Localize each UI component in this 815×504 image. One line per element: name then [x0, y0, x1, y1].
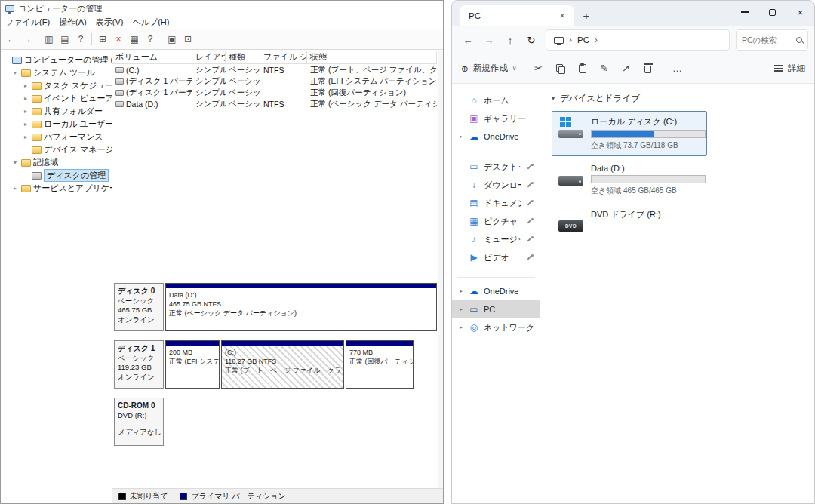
maximize-button[interactable]	[758, 1, 786, 23]
tree-item-disk-management[interactable]: ディスクの管理	[1, 169, 112, 182]
partition-efi[interactable]: 200 MB 正常 (EFI システム...	[165, 340, 220, 389]
more-options-icon[interactable]: …	[670, 61, 685, 76]
column-header-volume[interactable]: ボリューム	[112, 51, 192, 63]
sidebar-item-network[interactable]: ▸ ◎ ネットワーク	[452, 318, 540, 337]
performance-icon	[32, 134, 42, 141]
tree-item-performance[interactable]: ▸ パフォーマンス	[1, 131, 112, 143]
vertical-scrollbar[interactable]	[438, 51, 443, 488]
tree-item-event-viewer[interactable]: ▸ イベント ビューアー	[1, 92, 112, 105]
export-list-icon[interactable]: ▤	[57, 32, 72, 47]
legend-swatch-unallocated	[118, 493, 126, 500]
delete-icon[interactable]: ×	[111, 32, 126, 47]
up-button[interactable]: ↑	[500, 30, 520, 50]
sidebar-item-label: ビデオ	[484, 252, 509, 263]
tab-close-icon[interactable]: ×	[556, 11, 568, 21]
sidebar-item-desktop[interactable]: ▭ デスクトップ	[452, 158, 540, 176]
view-icon[interactable]: ▣	[165, 32, 180, 47]
tree-item-services-applications[interactable]: ▸ サービスとアプリケーション	[1, 182, 112, 195]
details-button[interactable]: 詳細	[774, 63, 805, 74]
breadcrumb-pc[interactable]: PC	[577, 35, 589, 45]
menu-view[interactable]: 表示(V)	[91, 16, 128, 29]
new-window-icon[interactable]: ⊡	[180, 32, 195, 47]
drive-r-dvd[interactable]: DVD DVD ドライブ (R:)	[552, 204, 707, 238]
partition-c[interactable]: (C:) 118.27 GB NTFS 正常 (ブート、ページ ファイル、クラッ…	[221, 340, 344, 389]
tree-item-shared-folders[interactable]: ▸ 共有フォルダー	[1, 105, 112, 118]
partition-data-d[interactable]: Data (D:) 465.75 GB NTFS 正常 (ベーシック データ パ…	[165, 283, 437, 331]
show-console-tree-icon[interactable]: ▥	[42, 32, 57, 47]
pin-icon	[526, 254, 534, 261]
sidebar-item-pc[interactable]: ▸ ▭ PC	[452, 300, 540, 318]
sidebar-item-documents[interactable]: ▤ ドキュメント	[452, 194, 540, 212]
menu-help[interactable]: ヘルプ(H)	[128, 16, 174, 29]
tab-pc[interactable]: PC ×	[460, 5, 574, 26]
tree-item-task-scheduler[interactable]: ▸ タスク スケジューラ	[1, 79, 112, 92]
section-devices-and-drives[interactable]: ▾ デバイスとドライブ	[552, 93, 814, 104]
search-box[interactable]	[736, 29, 808, 51]
window-title: コンピューターの管理	[18, 3, 103, 14]
new-button[interactable]: ⊕ 新規作成 ∨	[461, 63, 517, 74]
forward-button[interactable]: →	[479, 30, 499, 50]
tree-item-device-manager[interactable]: デバイス マネージャー	[1, 143, 112, 156]
cdrom-0-header[interactable]: CD-ROM 0 DVD (R:) メディアなし	[114, 398, 164, 446]
free-space-label: 空き領域 73.7 GB/118 GB	[591, 140, 700, 151]
hdd-led	[579, 133, 581, 135]
disk-1-header[interactable]: ディスク 1 ベーシック 119.23 GB オンライン	[114, 340, 164, 389]
close-button[interactable]: ×	[786, 1, 814, 23]
sidebar-item-videos[interactable]: ▶ ビデオ	[452, 248, 540, 266]
cut-icon[interactable]: ✂	[531, 61, 546, 76]
menu-file[interactable]: ファイル(F)	[1, 16, 54, 29]
sidebar-item-pictures[interactable]: ▦ ピクチャ	[452, 212, 540, 230]
sidebar-item-onedrive-2[interactable]: ▸ ☁ OneDrive	[452, 282, 540, 300]
tree-item-local-users-groups[interactable]: ▸ ローカル ユーザーとグループ	[1, 118, 112, 131]
menu-bar: ファイル(F) 操作(A) 表示(V) ヘルプ(H)	[1, 16, 443, 29]
disk-0-header[interactable]: ディスク 0 ベーシック 465.75 GB オンライン	[114, 283, 164, 331]
search-input[interactable]	[742, 35, 793, 45]
expander-icon: ▸	[22, 121, 29, 128]
volume-status: 正常 (回復パーティション)	[307, 88, 437, 98]
back-icon[interactable]: ←	[4, 32, 19, 47]
expander-icon: ▸	[22, 108, 29, 115]
address-bar[interactable]: › PC ›	[546, 29, 730, 51]
up-level-icon[interactable]: ⊞	[95, 32, 110, 47]
sidebar-item-downloads[interactable]: ↓ ダウンロード	[452, 176, 540, 194]
column-header-layout[interactable]: レイアウト	[192, 51, 226, 63]
tree-item-storage[interactable]: ▾ 記憶域	[1, 156, 112, 169]
volume-row-data-d[interactable]: Data (D:) シンプル ベーシック NTFS 正常 (ベーシック データ …	[112, 98, 437, 109]
volume-row-c[interactable]: (C:) シンプル ベーシック NTFS 正常 (ブート、ページ ファイル、クラ…	[112, 64, 437, 75]
back-button[interactable]: ←	[458, 30, 478, 50]
partition-recovery[interactable]: 778 MB 正常 (回復パーティション)	[346, 340, 414, 389]
drive-c[interactable]: ローカル ディスク (C:) 空き領域 73.7 GB/118 GB	[552, 111, 707, 156]
copy-icon[interactable]	[553, 61, 568, 76]
delete-icon[interactable]	[641, 61, 656, 76]
paste-icon[interactable]	[575, 61, 590, 76]
menu-action[interactable]: 操作(A)	[54, 16, 91, 29]
sidebar-item-home[interactable]: ⌂ ホーム	[452, 91, 540, 109]
partition-status: 正常 (ベーシック データ パーティション)	[169, 309, 433, 318]
drive-d[interactable]: Data (D:) 空き領域 465 GB/465 GB	[552, 158, 707, 201]
volume-row-recovery[interactable]: (ディスク 1 パーティション 4) シンプル ベーシック 正常 (回復パーティ…	[112, 87, 437, 98]
sidebar-item-gallery[interactable]: ▣ ギャラリー	[452, 109, 540, 128]
help-icon[interactable]: ?	[73, 32, 88, 47]
maximize-icon	[769, 9, 776, 16]
sidebar-item-onedrive[interactable]: ▸ ☁ OneDrive	[452, 128, 540, 146]
refresh-button[interactable]: ↻	[521, 30, 541, 50]
help-topics-icon[interactable]: ?	[143, 32, 158, 47]
column-header-status[interactable]: 状態	[307, 51, 437, 63]
column-header-filesystem[interactable]: ファイル システム	[260, 51, 307, 63]
partition-label: (C:)	[225, 348, 340, 357]
share-icon[interactable]: ↗	[619, 61, 634, 76]
column-header-type[interactable]: 種類	[226, 51, 260, 63]
forward-icon[interactable]: →	[20, 32, 35, 47]
minimize-button[interactable]	[730, 1, 758, 23]
volume-row-efi[interactable]: (ディスク 1 パーティション 1) シンプル ベーシック 正常 (EFI シス…	[112, 75, 437, 87]
search-icon	[796, 37, 802, 43]
title-bar[interactable]: コンピューターの管理	[1, 1, 443, 16]
properties-icon[interactable]: ▦	[127, 32, 142, 47]
rename-icon[interactable]: ✎	[597, 61, 612, 76]
volume-layout: シンプル	[192, 76, 226, 87]
tree-item-system-tools[interactable]: ▾ システム ツール	[1, 66, 112, 79]
volume-layout: シンプル	[192, 65, 226, 75]
tree-item-computer-management[interactable]: コンピューターの管理 (ローカル)	[1, 54, 112, 66]
new-tab-button[interactable]: +	[577, 6, 595, 24]
sidebar-item-music[interactable]: ♪ ミュージック	[452, 230, 540, 248]
